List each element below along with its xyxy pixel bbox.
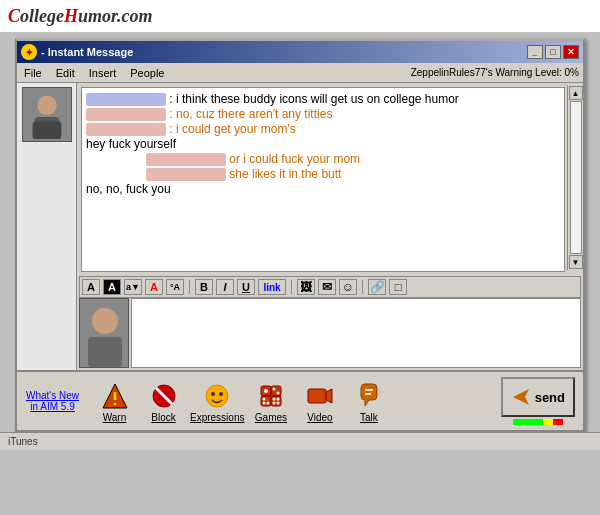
message-row: or i could fuck your mom — [86, 152, 560, 166]
sender-name-blurred-orange — [146, 153, 226, 166]
underline-button[interactable]: U — [237, 279, 255, 295]
message-text: hey fuck yourself — [86, 137, 176, 151]
send-progress-bar — [513, 419, 563, 425]
my-avatar — [79, 298, 129, 368]
font-a-bg-button[interactable]: A — [103, 279, 121, 295]
video-button[interactable]: Video — [297, 380, 342, 423]
message-row: : i could get your mom's — [86, 122, 560, 136]
emoji-button[interactable]: ☺ — [339, 279, 357, 295]
input-section — [79, 298, 581, 368]
svg-point-8 — [94, 308, 116, 330]
window-body: : i think these buddy icons will get us … — [17, 83, 583, 370]
expressions-icon — [201, 380, 233, 412]
aim-window: ✦ - Instant Message _ □ ✕ File Edit Inse… — [15, 38, 585, 432]
ch-logo: CollegeHumor.com — [8, 6, 153, 27]
itunes-label: iTunes — [8, 436, 38, 447]
title-bar-left: ✦ - Instant Message — [21, 44, 133, 60]
progress-red — [553, 419, 563, 425]
message-text: she likes it in the butt — [226, 167, 341, 181]
menu-bar: File Edit Insert People ZeppelinRules77'… — [17, 63, 583, 83]
image-button[interactable]: 🖼 — [297, 279, 315, 295]
message-row: : i think these buddy icons will get us … — [86, 92, 560, 106]
toolbar-separator — [189, 280, 190, 294]
expressions-button[interactable]: Expressions — [190, 380, 244, 423]
title-bar-buttons: _ □ ✕ — [527, 45, 579, 59]
font-special-button[interactable]: °A — [166, 279, 184, 295]
svg-rect-26 — [271, 396, 281, 406]
title-bar: ✦ - Instant Message _ □ ✕ — [17, 41, 583, 63]
chat-messages: : i think these buddy icons will get us … — [81, 87, 565, 272]
aim-icon: ✦ — [21, 44, 37, 60]
block-label: Block — [151, 412, 175, 423]
maximize-button[interactable]: □ — [545, 45, 561, 59]
message-input[interactable] — [131, 298, 581, 368]
block-icon — [148, 380, 180, 412]
svg-point-25 — [262, 401, 265, 404]
itunes-bar: iTunes — [0, 432, 600, 450]
font-size-button[interactable]: a▼ — [124, 279, 142, 295]
message-text: : no, cuz there aren't any titties — [166, 107, 332, 121]
svg-point-29 — [272, 401, 275, 404]
warn-label: Warn — [103, 412, 127, 423]
font-a-button[interactable]: A — [82, 279, 100, 295]
svg-point-16 — [219, 392, 223, 396]
talk-label: Talk — [360, 412, 378, 423]
more-button[interactable]: □ — [389, 279, 407, 295]
talk-icon — [353, 380, 385, 412]
message-text: : i think these buddy icons will get us … — [166, 92, 459, 106]
buddy-avatar — [22, 87, 72, 142]
whats-new-link[interactable]: What's New in AIM 5.9 — [25, 390, 80, 412]
svg-point-24 — [266, 401, 269, 404]
message-text: : i could get your mom's — [166, 122, 296, 136]
scroll-up-arrow[interactable]: ▲ — [569, 86, 583, 100]
block-button[interactable]: Block — [141, 380, 186, 423]
message-text: or i could fuck your mom — [226, 152, 360, 166]
svg-point-15 — [211, 392, 215, 396]
games-icon — [255, 380, 287, 412]
scroll-track[interactable] — [570, 101, 582, 254]
toolbar-separator — [362, 280, 363, 294]
svg-point-11 — [113, 402, 116, 405]
svg-rect-7 — [88, 337, 122, 367]
menu-people[interactable]: People — [127, 66, 167, 80]
email-button[interactable]: ✉ — [318, 279, 336, 295]
games-button[interactable]: Games — [248, 380, 293, 423]
warn-icon — [99, 380, 131, 412]
toolbar-separator — [291, 280, 292, 294]
link-button[interactable]: link — [258, 279, 286, 295]
bottom-bar: What's New in AIM 5.9 Warn Block — [17, 370, 583, 430]
scroll-down-arrow[interactable]: ▼ — [569, 255, 583, 269]
window-title: - Instant Message — [41, 46, 133, 58]
video-label: Video — [307, 412, 332, 423]
format-toolbar: A A a▼ A °A B I U link 🖼 ✉ ☺ 🔗 □ — [79, 276, 581, 298]
menu-edit[interactable]: Edit — [53, 66, 78, 80]
bold-button[interactable]: B — [195, 279, 213, 295]
close-button[interactable]: ✕ — [563, 45, 579, 59]
extra-button[interactable]: 🔗 — [368, 279, 386, 295]
italic-button[interactable]: I — [216, 279, 234, 295]
svg-point-30 — [276, 401, 279, 404]
sender-name-blurred-orange — [146, 168, 226, 181]
message-row: no, no, fuck you — [86, 182, 560, 196]
menu-file[interactable]: File — [21, 66, 45, 80]
svg-rect-22 — [261, 396, 271, 406]
font-color-button[interactable]: A — [145, 279, 163, 295]
message-row: she likes it in the butt — [86, 167, 560, 181]
warn-button[interactable]: Warn — [92, 380, 137, 423]
svg-point-14 — [206, 385, 228, 407]
sender-name-blurred — [86, 93, 166, 106]
minimize-button[interactable]: _ — [527, 45, 543, 59]
warning-level: ZeppelinRules77's Warning Level: 0% — [411, 67, 579, 78]
svg-rect-31 — [308, 389, 326, 403]
ch-banner: CollegeHumor.com — [0, 0, 600, 32]
send-button[interactable]: send — [501, 377, 575, 425]
menu-insert[interactable]: Insert — [86, 66, 120, 80]
video-icon — [304, 380, 336, 412]
chat-scrollbar[interactable]: ▲ ▼ — [567, 85, 583, 270]
sender-name-blurred-orange — [86, 108, 166, 121]
chat-area: : i think these buddy icons will get us … — [77, 83, 583, 370]
games-label: Games — [255, 412, 287, 423]
talk-button[interactable]: Talk — [346, 380, 391, 423]
left-sidebar — [17, 83, 77, 370]
send-box[interactable]: send — [501, 377, 575, 417]
